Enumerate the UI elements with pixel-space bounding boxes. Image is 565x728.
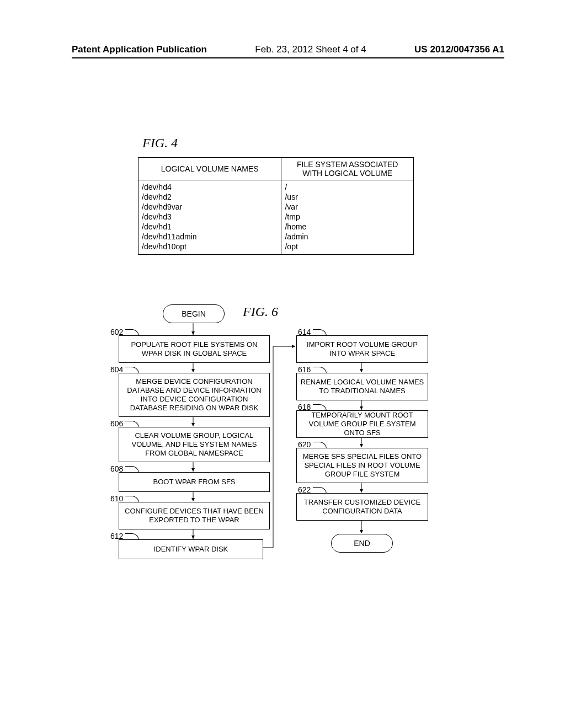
table-row: /dev/hd3/tmp bbox=[138, 212, 414, 222]
cell-lv: /dev/hd9var bbox=[138, 202, 281, 212]
cell-fs: /home bbox=[281, 222, 414, 232]
step-612: IDENTIFY WPAR DISK bbox=[119, 539, 263, 559]
cell-lv: /dev/hd10opt bbox=[138, 242, 281, 255]
col-header-fs: FILE SYSTEM ASSOCIATED WITH LOGICAL VOLU… bbox=[281, 158, 414, 180]
step-602: POPULATE ROOT FILE SYSTEMS ON WPAR DISK … bbox=[119, 335, 270, 363]
step-618: TEMPORARILY MOUNT ROOT VOLUME GROUP FILE… bbox=[296, 410, 428, 438]
header-left: Patent Application Publication bbox=[72, 44, 207, 55]
table-row: /dev/hd1/home bbox=[138, 222, 414, 232]
step-620: MERGE SFS SPECIAL FILES ONTO SPECIAL FIL… bbox=[296, 448, 428, 483]
cell-lv: /dev/hd11admin bbox=[138, 232, 281, 242]
fig4-table: LOGICAL VOLUME NAMES FILE SYSTEM ASSOCIA… bbox=[138, 157, 414, 255]
figure-6: FIG. 6 bbox=[94, 304, 504, 646]
table-header-row: LOGICAL VOLUME NAMES FILE SYSTEM ASSOCIA… bbox=[138, 158, 414, 180]
terminator-end: END bbox=[331, 534, 393, 553]
table-row: /dev/hd10opt/opt bbox=[138, 242, 414, 255]
table-row: /dev/hd4/ bbox=[138, 180, 414, 192]
table-row: /dev/hd11admin/admin bbox=[138, 232, 414, 242]
cell-fs: /tmp bbox=[281, 212, 414, 222]
step-604: MERGE DEVICE CONFIGURATION DATABASE AND … bbox=[119, 373, 270, 417]
page: Patent Application Publication Feb. 23, … bbox=[0, 0, 565, 668]
step-608: BOOT WPAR FROM SFS bbox=[119, 472, 270, 492]
fig4-label: FIG. 4 bbox=[142, 136, 504, 151]
step-622: TRANSFER CUSTOMIZED DEVICE CONFIGURATION… bbox=[296, 493, 428, 521]
step-616: RENAME LOGICAL VOLUME NAMES TO TRADITION… bbox=[296, 373, 428, 400]
cell-fs: /opt bbox=[281, 242, 414, 255]
cell-lv: /dev/hd4 bbox=[138, 180, 281, 192]
cell-lv: /dev/hd2 bbox=[138, 192, 281, 202]
table-row: /dev/hd2/usr bbox=[138, 192, 414, 202]
cell-lv: /dev/hd3 bbox=[138, 212, 281, 222]
cell-fs: /usr bbox=[281, 192, 414, 202]
cell-fs: / bbox=[281, 180, 414, 192]
fig6-label: FIG. 6 bbox=[243, 304, 278, 319]
step-610: CONFIGURE DEVICES THAT HAVE BEEN EXPORTE… bbox=[119, 502, 270, 529]
cell-lv: /dev/hd1 bbox=[138, 222, 281, 232]
figure-4: FIG. 4 LOGICAL VOLUME NAMES FILE SYSTEM … bbox=[138, 136, 504, 255]
cell-fs: /admin bbox=[281, 232, 414, 242]
header-right: US 2012/0047356 A1 bbox=[414, 44, 504, 55]
table-row: /dev/hd9var/var bbox=[138, 202, 414, 212]
col-header-lv: LOGICAL VOLUME NAMES bbox=[138, 158, 281, 180]
terminator-begin: BEGIN bbox=[163, 304, 225, 323]
step-606: CLEAR VOLUME GROUP, LOGICAL VOLUME, AND … bbox=[119, 427, 270, 462]
header-center: Feb. 23, 2012 Sheet 4 of 4 bbox=[255, 44, 366, 55]
page-header: Patent Application Publication Feb. 23, … bbox=[72, 44, 504, 58]
cell-fs: /var bbox=[281, 202, 414, 212]
step-614: IMPORT ROOT VOLUME GROUP INTO WPAR SPACE bbox=[296, 335, 428, 363]
